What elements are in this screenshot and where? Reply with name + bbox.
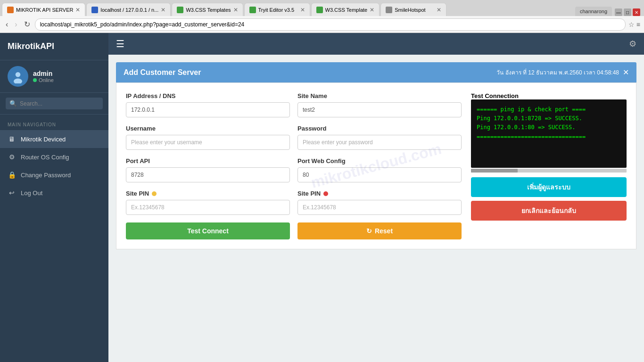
terminal-output: ====== ping ip & check port ====Ping 172… xyxy=(471,99,627,168)
tab-label: MIKROTIK API SERVER xyxy=(16,7,73,13)
avatar xyxy=(8,66,28,87)
site-pin2-label: Site PIN xyxy=(297,190,462,197)
terminal-line: Ping 172.0.0.1:80 => SUCCESS. xyxy=(477,123,621,132)
svg-point-1 xyxy=(16,72,21,77)
port-api-input[interactable] xyxy=(126,167,290,182)
close-page-icon[interactable]: ✕ xyxy=(623,68,629,77)
port-web-label: Port Web Config xyxy=(297,157,462,165)
settings-icon[interactable]: ≡ xyxy=(636,21,640,28)
test-connect-button[interactable]: Test Connect xyxy=(126,222,290,239)
sidebar-item-mikrotik-deviced[interactable]: 🖥 Mikrotik Deviced xyxy=(0,130,108,148)
hamburger-icon[interactable]: ☰ xyxy=(116,38,124,49)
browser-tab-tab1[interactable]: MIKROTIK API SERVER ✕ xyxy=(2,3,85,16)
tab-favicon xyxy=(91,7,98,13)
back-button[interactable]: ‹ xyxy=(4,19,10,30)
nav-icon-mikrotik-deviced: 🖥 xyxy=(8,135,16,143)
reset-button[interactable]: ↻ Reset xyxy=(297,222,462,239)
site-pin1-label: Site PIN xyxy=(126,190,290,197)
user-status: Online xyxy=(33,77,54,83)
pin1-dot xyxy=(152,191,157,196)
status-dot xyxy=(33,78,37,82)
username-label: Username xyxy=(126,125,290,132)
pin2-dot xyxy=(323,191,328,196)
nav-label-mikrotik-deviced: Mikrotik Deviced xyxy=(21,136,66,143)
tab-label: SmileHotspot xyxy=(395,7,434,13)
nav-label-log-out: Log Out xyxy=(21,189,42,197)
minimize-button[interactable]: — xyxy=(615,8,622,16)
nav-label-router-os-config: Router OS Config xyxy=(21,154,69,161)
sidebar-item-router-os-config[interactable]: ⚙ Router OS Config xyxy=(0,148,108,166)
test-connection-title: Test Connection xyxy=(471,92,627,99)
tab-label: Tryit Editor v3.5 xyxy=(258,7,298,13)
page-title: Add Customer Server xyxy=(124,68,201,77)
nav-icon-log-out: ↩ xyxy=(8,189,16,197)
tab-label: localhost / 127.0.0.1 / n... xyxy=(100,7,158,13)
browser-tab-tab4[interactable]: Tryit Editor v3.5 ✕ xyxy=(244,3,310,16)
page-datetime: วัน อังคาร ที่ 12 ธันวาคม พ.ศ.2560 เวลา … xyxy=(496,68,619,77)
port-web-input[interactable] xyxy=(297,167,462,182)
tab-label: W3.CSS Templates xyxy=(186,7,231,13)
bookmark-icon[interactable]: ☆ xyxy=(628,21,635,28)
tab-close-icon[interactable]: ✕ xyxy=(370,7,374,13)
refresh-button[interactable]: ↻ xyxy=(22,19,32,30)
site-pin2-input[interactable] xyxy=(297,200,462,215)
maximize-button[interactable]: □ xyxy=(624,8,631,16)
user-name: admin xyxy=(33,70,54,77)
password-label: Password xyxy=(297,125,462,132)
add-admin-button[interactable]: เพิ่มผู้ดูแลระบบ xyxy=(471,177,627,197)
password-input[interactable] xyxy=(297,135,462,150)
site-name-label: Site Name xyxy=(297,92,462,99)
forward-button[interactable]: › xyxy=(13,19,19,30)
sidebar-item-log-out[interactable]: ↩ Log Out xyxy=(0,184,108,202)
nav-icon-change-password: 🔒 xyxy=(8,171,16,179)
app-title: MikrotikAPI xyxy=(8,41,101,51)
site-name-input[interactable] xyxy=(297,102,462,117)
sidebar-item-change-password[interactable]: 🔒 Change Password xyxy=(0,166,108,184)
browser-tab-tab5[interactable]: W3.CSS Template ✕ xyxy=(311,3,380,16)
cancel-button[interactable]: ยกเลิกและย้อนกลับ xyxy=(471,201,627,221)
nav-icon-router-os-config: ⚙ xyxy=(8,153,16,161)
site-pin1-input[interactable] xyxy=(126,200,290,215)
browser-tab-tab3[interactable]: W3.CSS Templates ✕ xyxy=(172,3,243,16)
terminal-line: Ping 172.0.0.1:8728 => SUCCESS. xyxy=(477,114,621,123)
tab-favicon xyxy=(249,7,256,13)
gear-icon[interactable]: ⚙ xyxy=(629,39,636,49)
browser-tab-tab6[interactable]: SmileHotspot ✕ xyxy=(380,3,446,16)
tab-close-icon[interactable]: ✕ xyxy=(161,7,165,13)
ip-input[interactable] xyxy=(126,102,290,117)
tab-close-icon[interactable]: ✕ xyxy=(75,7,80,13)
reset-icon: ↻ xyxy=(366,227,372,235)
terminal-line: ================================ xyxy=(477,132,621,141)
tab-close-icon[interactable]: ✕ xyxy=(437,7,441,13)
tab-user-label: channarong xyxy=(575,7,612,16)
search-input[interactable] xyxy=(20,100,99,107)
nav-section-label: MAIN NAVIGATION xyxy=(0,119,108,130)
url-bar[interactable] xyxy=(35,18,626,31)
tab-favicon xyxy=(7,7,14,13)
tab-favicon xyxy=(386,7,392,13)
search-icon: 🔍 xyxy=(9,100,17,107)
tab-close-icon[interactable]: ✕ xyxy=(300,7,305,13)
browser-tab-tab2[interactable]: localhost / 127.0.0.1 / n... ✕ xyxy=(86,3,171,16)
reset-label: Reset xyxy=(375,227,393,235)
port-api-label: Port API xyxy=(126,157,290,165)
close-window-button[interactable]: ✕ xyxy=(633,8,640,16)
nav-label-change-password: Change Password xyxy=(21,172,71,179)
tab-favicon xyxy=(316,7,323,13)
tab-close-icon[interactable]: ✕ xyxy=(233,7,238,13)
terminal-line: ====== ping ip & check port ==== xyxy=(477,105,621,114)
ip-label: IP Address / DNS xyxy=(126,92,290,99)
tab-favicon xyxy=(177,7,183,13)
username-input[interactable] xyxy=(126,135,290,150)
tab-label: W3.CSS Template xyxy=(325,7,368,13)
